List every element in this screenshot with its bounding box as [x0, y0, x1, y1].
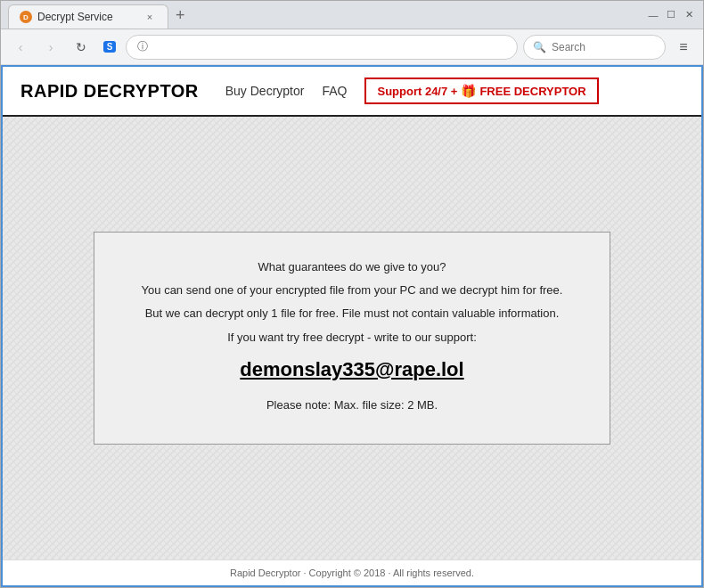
tab-bar: D Decrypt Service × +: [1, 1, 639, 29]
support-button[interactable]: Support 24/7 + 🎁 FREE DECRYPTOR: [364, 78, 598, 104]
site-footer: Rapid Decryptor · Copyright © 2018 · All…: [3, 559, 701, 585]
minimize-button[interactable]: —: [646, 8, 660, 22]
gift-icon: 🎁: [461, 84, 476, 98]
search-input[interactable]: [552, 41, 685, 53]
nav-buy-decryptor[interactable]: Buy Decryptor: [225, 84, 305, 98]
browser-tab[interactable]: D Decrypt Service ×: [8, 4, 168, 29]
support-text: Support 24/7 +: [377, 85, 457, 98]
nav-bar: ‹ › ↻ S ⓘ 🔍 ≡: [1, 29, 703, 65]
address-input[interactable]: [153, 41, 506, 53]
info-icon: ⓘ: [137, 39, 148, 54]
content-box: What guarantees do we give to you? You c…: [94, 232, 610, 444]
title-bar: D Decrypt Service × + — ☐ ✕: [1, 1, 703, 29]
site-nav: Buy Decryptor FAQ Support 24/7 + 🎁 FREE …: [225, 78, 684, 104]
shield-icon: S: [99, 37, 120, 58]
window-controls: — ☐ ✕: [639, 1, 703, 29]
tab-title: Decrypt Service: [37, 11, 113, 23]
back-button[interactable]: ‹: [8, 35, 33, 60]
contact-email[interactable]: demonslay335@rape.lol: [130, 358, 574, 381]
guarantee-line1: You can send one of your encrypted file …: [130, 281, 574, 300]
search-icon: 🔍: [533, 41, 546, 53]
browser-window: D Decrypt Service × + — ☐ ✕ ‹ › ↻ S ⓘ 🔍 …: [0, 0, 704, 588]
refresh-button[interactable]: ↻: [69, 35, 94, 60]
guarantee-line3: If you want try free decrypt - write to …: [130, 328, 574, 347]
page-content: RAPID DECRYPTOR Buy Decryptor FAQ Suppor…: [1, 65, 703, 587]
shield-label: S: [103, 41, 117, 53]
tab-close-button[interactable]: ×: [143, 10, 157, 24]
site-header: RAPID DECRYPTOR Buy Decryptor FAQ Suppor…: [3, 67, 701, 117]
forward-button[interactable]: ›: [38, 35, 63, 60]
restore-button[interactable]: ☐: [664, 8, 678, 22]
guarantee-line2: But we can decrypt only 1 file for free.…: [130, 304, 574, 323]
page-body: 🔍 RAPID DECRYPTOR What guarantees do we …: [3, 117, 701, 559]
site-logo: RAPID DECRYPTOR: [20, 81, 199, 102]
guarantee-title: What guarantees do we give to you?: [130, 257, 574, 277]
tab-favicon: D: [20, 11, 32, 23]
free-decryptor-text: FREE DECRYPTOR: [479, 85, 585, 98]
menu-button[interactable]: ≡: [671, 35, 696, 60]
search-box[interactable]: 🔍: [523, 35, 666, 60]
footer-text: Rapid Decryptor · Copyright © 2018 · All…: [230, 568, 474, 578]
close-window-button[interactable]: ✕: [682, 8, 696, 22]
new-tab-button[interactable]: +: [168, 6, 192, 29]
address-bar[interactable]: ⓘ: [126, 35, 518, 60]
nav-faq[interactable]: FAQ: [322, 84, 347, 98]
file-size-note: Please note: Max. file size: 2 MB.: [130, 396, 574, 415]
